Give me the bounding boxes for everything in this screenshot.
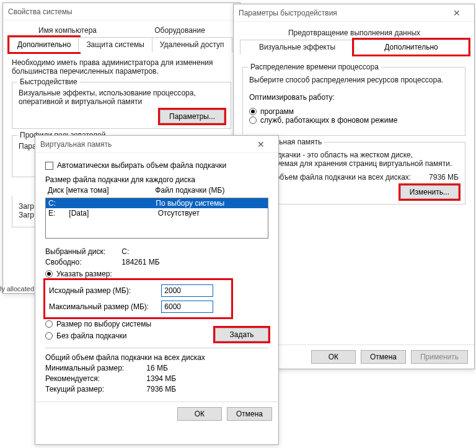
tab-system-protection[interactable]: Защита системы — [78, 37, 152, 52]
radio-background-services[interactable]: служб, работающих в фоновом режиме — [249, 116, 397, 125]
minimum-label: Минимальный размер: — [45, 364, 144, 372]
radio-no-paging-file[interactable]: Без файла подкачки — [45, 332, 126, 340]
virtual-memory-text1: Файл подкачки - это область на жестком д… — [249, 151, 459, 168]
drive-row-c[interactable]: C: По выбору системы — [46, 198, 268, 208]
drive-c-pagefile: По выбору системы — [156, 199, 255, 208]
radio-programs-label: программ — [260, 107, 294, 116]
drive-list[interactable]: C: По выбору системы E: [Data] Отсутству… — [45, 198, 268, 239]
apply-button[interactable]: Применить — [411, 350, 468, 364]
maximum-size-label: Максимальный размер (МБ): — [49, 302, 159, 311]
close-icon[interactable]: ✕ — [249, 139, 273, 149]
tab-advanced[interactable]: Дополнительно — [354, 40, 469, 55]
initial-size-label: Исходный размер (МБ): — [49, 286, 159, 295]
total-group-label: Общий объем файла подкачки на всех диска… — [45, 353, 268, 362]
performance-text: Визуальные эффекты, использование процес… — [19, 89, 224, 106]
tab-hardware[interactable]: Оборудование — [147, 24, 213, 37]
free-space-value: 184261 МБ — [121, 258, 159, 266]
cancel-button[interactable]: Отмена — [227, 407, 272, 421]
processor-scheduling-title: Распределение времени процессора — [248, 63, 381, 71]
minimum-value: 16 МБ — [146, 364, 168, 372]
selected-drive-value: C: — [121, 247, 129, 256]
drive-e-label: [Data] — [69, 209, 156, 217]
change-button[interactable]: Изменить... — [400, 185, 459, 199]
drive-row-e[interactable]: E: [Data] Отсутствует — [46, 208, 268, 218]
drive-header: Диск [метка тома] — [48, 186, 153, 195]
virtual-memory-total: 7936 МБ — [429, 173, 459, 182]
current-value: 7936 МБ — [146, 385, 176, 393]
window-title: Параметры быстродействия — [239, 9, 444, 17]
performance-group-title: Быстродействие — [17, 77, 80, 86]
admin-note: Необходимо иметь права администратора дл… — [12, 58, 231, 76]
auto-manage-label: Автоматически выбирать объем файла подка… — [57, 161, 226, 170]
recommended-label: Рекомендуется: — [45, 374, 144, 383]
titlebar: Виртуальная память ✕ — [35, 136, 278, 153]
radio-system-managed-label: Размер по выбору системы — [56, 320, 151, 328]
ok-button[interactable]: ОК — [177, 407, 222, 421]
drive-c-label: C: — [48, 199, 154, 208]
radio-custom-size-label: Указать размер: — [56, 270, 112, 278]
tab-advanced[interactable]: Дополнительно — [9, 37, 79, 52]
optimize-label: Оптимизировать работу: — [249, 93, 459, 102]
per-drive-label: Размер файла подкачки для каждого диска — [45, 175, 268, 184]
window-title: Виртуальная память — [40, 140, 249, 149]
titlebar: Свойства системы — [3, 3, 240, 20]
free-space-label: Свободно: — [45, 258, 120, 266]
processor-scheduling-group: Распределение времени процессора Выберит… — [242, 67, 465, 136]
radio-programs[interactable]: программ — [249, 107, 294, 116]
close-icon[interactable]: ✕ — [444, 8, 469, 18]
radio-custom-size[interactable]: Указать размер: — [45, 270, 112, 278]
radio-background-services-label: служб, работающих в фоновом режиме — [260, 116, 397, 125]
initial-size-input[interactable] — [161, 284, 213, 297]
auto-manage-checkbox[interactable]: Автоматически выбирать объем файла подка… — [45, 161, 226, 170]
current-label: Текущий размер: — [45, 385, 144, 393]
tab-dep[interactable]: Предотвращение выполнения данных — [281, 26, 428, 40]
selected-drive-label: Выбранный диск: — [45, 247, 120, 256]
tab-computer-name[interactable]: Имя компьютера — [31, 24, 104, 37]
drive-e-letter: E: — [48, 209, 67, 217]
recommended-value: 1394 МБ — [146, 374, 176, 383]
performance-group: Быстродействие Визуальные эффекты, испол… — [12, 82, 231, 129]
ok-button[interactable]: ОК — [311, 350, 356, 364]
stray-text: ly allocated — [0, 285, 34, 292]
performance-settings-button[interactable]: Параметры... — [160, 110, 224, 123]
tab-visual-effects[interactable]: Визуальные эффекты — [240, 40, 355, 55]
radio-system-managed[interactable]: Размер по выбору системы — [45, 320, 151, 328]
pagefile-header: Файл подкачки (МБ) — [155, 186, 254, 195]
drive-e-pagefile: Отсутствует — [158, 209, 257, 217]
window-title: Свойства системы — [8, 7, 235, 16]
maximum-size-input[interactable] — [161, 301, 213, 313]
set-button[interactable]: Задать — [215, 328, 268, 341]
cancel-button[interactable]: Отмена — [361, 350, 406, 364]
titlebar: Параметры быстродействия ✕ — [234, 4, 474, 22]
virtual-memory-dialog: Виртуальная память ✕ Автоматически выбир… — [35, 135, 279, 445]
tab-remote[interactable]: Удаленный доступ — [152, 37, 232, 52]
radio-no-paging-file-label: Без файла подкачки — [56, 332, 126, 340]
processor-scheduling-text: Выберите способ распределения ресурсов п… — [249, 76, 459, 84]
